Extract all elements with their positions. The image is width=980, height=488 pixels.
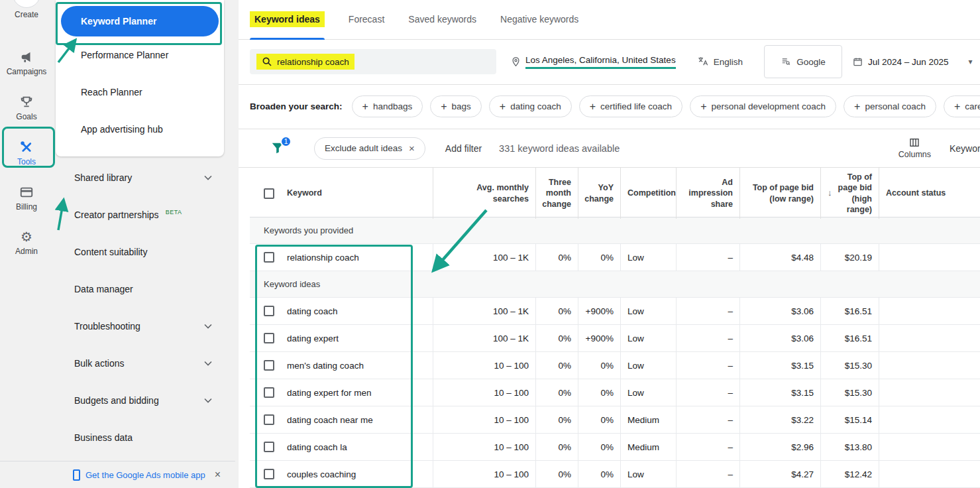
nav-item-keyword-planner[interactable]: Keyword Planner [61, 6, 219, 36]
broaden-chip-personal-development-coach[interactable]: +personal development coach [690, 95, 836, 117]
filter-button[interactable]: 1 [270, 141, 286, 156]
chip-label: handbags [373, 101, 412, 111]
table-row[interactable]: dating expert 100 – 1K 0% +900% Low – $3… [250, 325, 980, 352]
row-checkbox[interactable] [264, 442, 274, 452]
rail-label: Goals [0, 112, 53, 121]
table-row[interactable]: dating expert for men 10 – 100 0% 0% Low… [250, 379, 980, 406]
row-checkbox[interactable] [264, 360, 274, 371]
broaden-chip-career-coach[interactable]: +career coach [944, 95, 980, 117]
exclude-adult-ideas-chip[interactable]: Exclude adult ideas × [314, 137, 425, 160]
plus-icon: + [362, 101, 368, 113]
competition-cell: Low [620, 244, 676, 271]
language-selector[interactable]: English [697, 56, 743, 67]
plus-icon: + [954, 101, 960, 113]
account-status-cell [879, 434, 980, 460]
nav-item-label: Creator partnerships [74, 210, 159, 220]
broaden-chip-dating-coach[interactable]: +dating coach [489, 95, 572, 117]
nav-item-bulk-actions[interactable]: Bulk actions [56, 345, 235, 382]
row-checkbox[interactable] [264, 387, 274, 398]
plus-icon: + [700, 101, 706, 113]
nav-item-reach-planner[interactable]: Reach Planner [61, 74, 219, 111]
select-all-checkbox[interactable] [264, 188, 274, 199]
tab-label: Saved keywords [408, 14, 476, 25]
row-checkbox[interactable] [264, 414, 274, 425]
broaden-chip-personal-coach[interactable]: +personal coach [844, 95, 936, 117]
tab-forecast[interactable]: Forecast [349, 0, 384, 39]
credit-card-icon [0, 184, 53, 200]
rail-item-goals[interactable]: Goals [0, 94, 53, 121]
chip-label: certified life coach [600, 101, 672, 111]
chip-label: bags [452, 101, 471, 111]
close-icon[interactable]: × [215, 469, 221, 481]
chevron-down-icon [204, 361, 212, 366]
col-header-yoy-change[interactable]: YoY change [578, 168, 620, 219]
table-row[interactable]: men's dating coach 10 – 100 0% 0% Low – … [250, 352, 980, 379]
three-month-change-cell: 0% [535, 461, 578, 487]
col-header-top-of-page-bid-low[interactable]: Top of page bid (low range) [739, 168, 820, 219]
table-row[interactable]: dating coach near me 10 – 100 0% 0% Medi… [250, 406, 980, 434]
location-selector[interactable]: Los Angeles, California, United States [511, 55, 676, 69]
broaden-chip-certified-life-coach[interactable]: +certified life coach [579, 95, 682, 117]
nav-item-performance-planner[interactable]: Performance Planner [61, 36, 219, 74]
tab-bar: Keyword ideas Forecast Saved keywords Ne… [239, 0, 980, 40]
nav-item-shared-library[interactable]: Shared library [56, 159, 235, 196]
top-bid-low-cell: $3.15 [739, 379, 820, 406]
nav-item-label: Bulk actions [74, 358, 204, 369]
nav-item-label: Budgets and bidding [74, 395, 204, 406]
keyword-cell: dating expert [287, 334, 339, 343]
row-checkbox[interactable] [264, 333, 274, 343]
mobile-app-link[interactable]: Get the Google Ads mobile app [85, 470, 205, 480]
nav-rail: Create Campaigns Goals Tools [0, 0, 53, 488]
table-row[interactable]: dating coach la 10 – 100 0% 0% Medium – … [250, 434, 980, 461]
avg-searches-cell: 10 – 100 [433, 434, 535, 460]
nav-item-app-advertising-hub[interactable]: App advertising hub [61, 111, 219, 148]
nav-item-troubleshooting[interactable]: Troubleshooting [56, 308, 235, 345]
row-checkbox[interactable] [264, 469, 274, 479]
tab-negative-keywords[interactable]: Negative keywords [500, 0, 578, 39]
nav-item-label: Shared library [74, 172, 204, 183]
nav-item-content-suitability[interactable]: Content suitability [56, 233, 235, 271]
rail-label: Admin [0, 247, 53, 256]
top-bid-high-cell: $15.30 [820, 379, 879, 406]
date-range-selector[interactable]: Jul 2024 – Jun 2025 ▾ [853, 56, 973, 67]
rail-item-admin[interactable]: ⚙ Admin [0, 229, 53, 256]
row-checkbox[interactable] [264, 306, 274, 316]
account-status-cell [879, 461, 980, 487]
close-icon: × [409, 143, 415, 154]
add-filter-button[interactable]: Add filter [445, 143, 482, 154]
account-status-cell [879, 244, 980, 271]
rail-item-campaigns[interactable]: Campaigns [0, 49, 53, 76]
plus-icon: + [590, 101, 596, 113]
broaden-chip-handbags[interactable]: +handbags [352, 95, 423, 117]
tab-keyword-ideas[interactable]: Keyword ideas [250, 0, 325, 39]
broaden-chip-bags[interactable]: +bags [430, 95, 482, 117]
rail-item-billing[interactable]: Billing [0, 184, 53, 212]
competition-cell: Medium [620, 406, 676, 433]
table-row[interactable]: dating coach 100 – 1K 0% +900% Low – $3.… [250, 298, 980, 325]
col-header-avg-monthly-searches[interactable]: Avg. monthly searches [433, 168, 535, 219]
nav-item-label: Reach Planner [81, 87, 142, 97]
rail-item-tools[interactable]: Tools [0, 139, 53, 166]
row-checkbox[interactable] [264, 252, 274, 263]
col-header-competition[interactable]: Competition [620, 168, 676, 219]
network-selector[interactable]: Google [764, 45, 842, 78]
col-header-account-status[interactable]: Account status [879, 168, 980, 219]
top-bid-high-cell: $20.19 [820, 244, 879, 271]
tab-saved-keywords[interactable]: Saved keywords [408, 0, 476, 39]
table-row[interactable]: relationship coach 100 – 1K 0% 0% Low – … [250, 244, 980, 271]
table-row[interactable]: couples coaching 10 – 100 0% 0% Low – $4… [250, 461, 980, 488]
col-header-three-month-change[interactable]: Three month change [535, 168, 578, 219]
columns-button[interactable]: Columns [898, 137, 931, 159]
nav-item-data-manager[interactable]: Data manager [56, 271, 235, 308]
keyword-view-selector[interactable]: Keywor [950, 143, 980, 154]
col-header-ad-impression-share[interactable]: Ad impression share [676, 168, 739, 219]
trophy-icon [0, 94, 53, 110]
nav-item-business-data[interactable]: Business data [56, 419, 235, 456]
tools-menu-list: Shared library Creator partnerships BETA… [56, 159, 235, 456]
nav-item-creator-partnerships[interactable]: Creator partnerships BETA [56, 196, 235, 233]
keyword-search-input[interactable]: relationship coach [250, 49, 496, 74]
nav-item-budgets-and-bidding[interactable]: Budgets and bidding [56, 382, 235, 419]
col-header-top-of-page-bid-high[interactable]: ↓Top of page bid (high range) [820, 168, 879, 219]
rail-item-create[interactable]: Create [0, 0, 53, 19]
col-header-keyword[interactable]: Keyword [287, 188, 322, 198]
